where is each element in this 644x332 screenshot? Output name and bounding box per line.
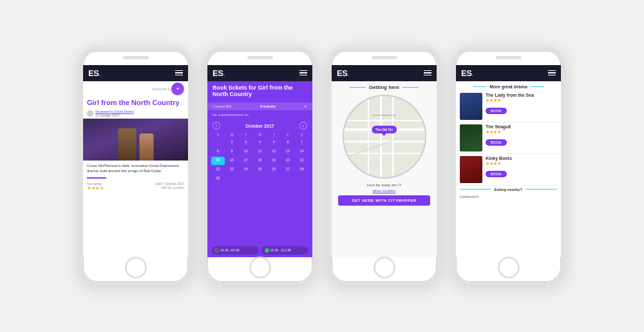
cal-day-4[interactable]: 4 [253, 139, 267, 147]
getting-here-text: Getting here [369, 84, 399, 90]
map-road-v3 [368, 96, 369, 177]
article-divider [87, 177, 106, 179]
cal-day-20[interactable]: 20 [281, 157, 295, 165]
eating-line-right [526, 189, 557, 190]
map-road-h2 [344, 141, 425, 142]
cal-day-25[interactable]: 25 [253, 166, 267, 174]
thumb-seagull-img [460, 124, 482, 151]
cal-day-29[interactable]: 29 [211, 175, 225, 183]
phone-3-right-button [439, 93, 440, 115]
cal-day-28[interactable]: 28 [295, 166, 308, 174]
citymapper-button[interactable]: GET HERE WITH CITYMAPPER [338, 195, 430, 206]
cal-day-22[interactable]: 22 [211, 166, 225, 174]
booking-title: Book tickets for Girl from the North Cou… [213, 84, 307, 99]
cal-day-12[interactable]: 12 [267, 148, 281, 156]
cal-header-f: F [281, 132, 295, 138]
book-button-kinky[interactable]: BOOK [486, 171, 507, 177]
eating-title-text: Eating nearby? [495, 188, 522, 191]
cal-day-2[interactable]: 2 [225, 139, 239, 147]
cal-day-7[interactable]: 7 [295, 139, 308, 147]
booking-header: Book tickets for Girl from the North Cou… [207, 81, 312, 102]
cal-day-8[interactable]: 8 [211, 148, 225, 156]
phone-4: ES. More great drama The Lady [452, 47, 565, 286]
image-figures [118, 128, 153, 161]
hamburger-menu-4[interactable] [548, 70, 556, 76]
cal-day-19[interactable]: 19 [267, 157, 281, 165]
cal-prev-button[interactable]: ‹ [213, 122, 220, 130]
cal-day-18[interactable]: 18 [253, 157, 267, 165]
cal-next-button[interactable]: › [299, 122, 307, 130]
phone-2: ES. Book tickets for Girl from the North… [204, 47, 316, 286]
drama-stars-lady: ★★★★ [486, 98, 557, 103]
drama-stars-kinky: ★★★★ [486, 161, 557, 166]
phones-container: ES. Sponsored by ✦ Girl from the North C… [66, 34, 578, 298]
cal-header-s2: S [295, 132, 308, 138]
price-tag-2[interactable]: 19.30 - £12.99 [261, 246, 309, 255]
cal-day-6[interactable]: 6 [281, 139, 295, 147]
distance-question: How far away am I? [332, 182, 437, 188]
cal-day-13[interactable]: 13 [281, 148, 295, 156]
cal-day-11[interactable]: 11 [253, 148, 267, 156]
cal-day-10[interactable]: 10 [239, 148, 252, 156]
drama-info-seagull: The Seagull ★★★★ BOOK [486, 124, 557, 146]
drama-line-right [531, 86, 544, 87]
hamburger-menu-3[interactable] [424, 70, 431, 76]
phone-2-left-button [204, 90, 205, 106]
phone-2-header: ES. [207, 65, 312, 81]
eating-line-left [460, 189, 491, 190]
map-road-h3 [344, 120, 425, 121]
book-button-seagull[interactable]: BOOK [486, 139, 507, 146]
figure-2 [139, 133, 153, 161]
article-stars: ★★★★ [87, 186, 104, 190]
cal-day-17[interactable]: 17 [239, 157, 252, 165]
title-line-left [350, 87, 366, 88]
cal-day-24[interactable]: 24 [239, 166, 252, 174]
cal-day-21[interactable]: 21 [295, 157, 308, 165]
cal-day-14[interactable]: 14 [295, 148, 308, 156]
hamburger-menu-1[interactable] [175, 70, 183, 76]
eating-item-carluccios: Carluccio's [456, 193, 561, 200]
book-button-lady[interactable]: BOOK [486, 108, 507, 114]
phone-1-content: Sponsored by ✦ Girl from the North Count… [83, 81, 188, 257]
phone-4-right-button [564, 93, 565, 115]
thumb-lady-img [460, 93, 482, 120]
cal-header-s1: S [211, 132, 225, 138]
reviewer-text: Reviewed by David Sexton 11 October 2017 [95, 110, 134, 117]
tickets-value: 2 tickets [260, 104, 276, 108]
cal-day-today-15[interactable]: 15 [211, 157, 225, 165]
hamburger-menu-2[interactable] [299, 70, 307, 76]
drama-info-lady: The Lady from the Sea ★★★★ BOOK [486, 93, 557, 115]
cal-day-9[interactable]: 9 [225, 148, 239, 156]
performance-on-label: for a performance on: [207, 112, 312, 118]
drama-item-kinky: Kinky Boots ★★★★ BOOK [456, 154, 561, 186]
drama-thumb-kinky [460, 156, 482, 183]
cal-day-16[interactable]: 16 [225, 157, 239, 165]
drama-item-seagull: The Seagull ★★★★ BOOK [456, 122, 561, 154]
price-tag-1[interactable]: 14.30 - £6.99 [211, 246, 259, 255]
cal-day-27[interactable]: 27 [281, 166, 295, 174]
tickets-row[interactable]: I would like 2 tickets ▼ [207, 103, 312, 110]
allow-location-link[interactable]: allow location [332, 188, 437, 195]
phone-4-left-button [452, 90, 453, 106]
cal-header-m: M [225, 132, 239, 138]
sponsored-bar: Sponsored by ✦ [83, 81, 188, 97]
drama-name-lady: The Lady from the Sea [486, 93, 557, 98]
cal-day-5[interactable]: 5 [267, 139, 281, 147]
map-road-v1 [380, 96, 382, 177]
drama-thumb-lady [460, 93, 482, 120]
drama-thumb-seagull [460, 124, 482, 151]
phone-3-left-button [328, 90, 329, 106]
figure-1 [118, 128, 136, 161]
phone-3: ES. Getting here [328, 47, 440, 286]
cal-day-26[interactable]: 26 [267, 166, 281, 174]
eating-title: Eating nearby? [456, 186, 561, 193]
thumb-kinky-img [460, 156, 482, 183]
cal-day-3[interactable]: 3 [239, 139, 252, 147]
phone-2-content: Book tickets for Girl from the North Cou… [207, 81, 312, 257]
cal-day-23[interactable]: 23 [225, 166, 239, 174]
cal-header-t2: T [267, 132, 281, 138]
meta-right: Until 7 October 2017 Old Vic, London [155, 182, 184, 191]
article-title: Girl from the North Country [83, 97, 188, 108]
dropdown-arrow: ▼ [304, 104, 307, 108]
sponsored-text: Sponsored by [151, 87, 171, 91]
